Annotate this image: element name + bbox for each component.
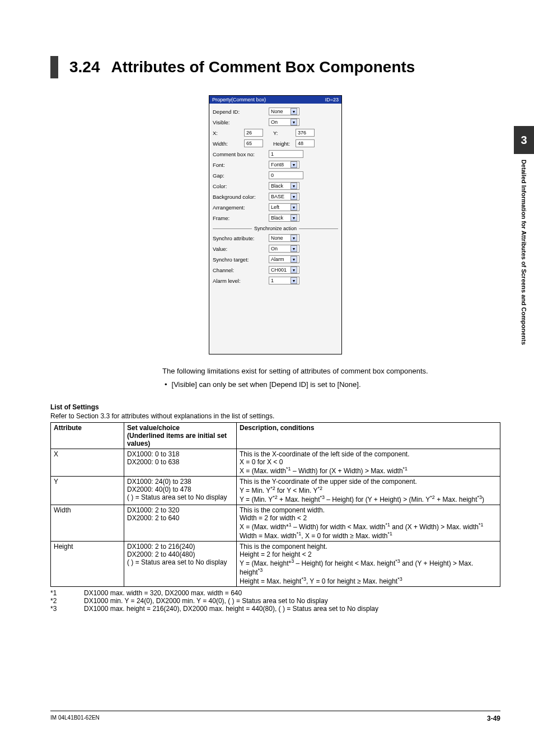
chevron-down-icon: ▼	[291, 183, 297, 189]
color-label: Color:	[213, 183, 269, 189]
sync-divider: Synchronize action	[213, 226, 338, 231]
chevron-down-icon: ▼	[291, 277, 297, 284]
footer-doc-id: IM 04L41B01-62EN	[50, 715, 100, 722]
section-title: Attributes of Comment Box Components	[111, 58, 415, 76]
footnote-key: *2	[50, 597, 84, 605]
visible-select[interactable]: On▼	[269, 118, 299, 126]
height-input[interactable]: 48	[296, 139, 315, 147]
x-input[interactable]: 26	[244, 129, 263, 137]
property-panel: Property(Comment box) ID=23 Depend ID: N…	[209, 95, 342, 354]
cell-desc: This is the X-coordinate of the left sid…	[237, 449, 500, 477]
x-label: X:	[213, 130, 244, 136]
comment-box-no-label: Comment box no:	[213, 151, 269, 157]
alarm-level-select[interactable]: 1▼	[269, 277, 299, 284]
intro-text: The following limitations exist for sett…	[162, 366, 484, 377]
section-number: 3.24	[69, 58, 100, 76]
channel-label: Channel:	[213, 267, 269, 273]
chevron-down-icon: ▼	[291, 214, 297, 221]
value-label: Value:	[213, 246, 269, 252]
table-row: Width DX1000: 2 to 320 DX2000: 2 to 640 …	[51, 505, 500, 542]
arrangement-label: Arrangement:	[213, 204, 269, 211]
cell-attr: Y	[51, 477, 124, 505]
table-row: Y DX1000: 24(0) to 238 DX2000: 40(0) to …	[51, 477, 500, 505]
th-description: Description, conditions	[237, 423, 500, 449]
synchro-attribute-label: Synchro attribute:	[213, 235, 269, 241]
chevron-down-icon: ▼	[291, 245, 297, 252]
footnote-text: DX1000 max. height = 216(240), DX2000 ma…	[84, 605, 378, 613]
bg-color-label: Background color:	[213, 194, 269, 200]
footnote-key: *3	[50, 605, 84, 613]
gap-label: Gap:	[213, 172, 269, 179]
body-text: The following limitations exist for sett…	[162, 366, 484, 390]
chevron-down-icon: ▼	[291, 267, 297, 273]
chevron-down-icon: ▼	[291, 161, 297, 168]
depend-id-select[interactable]: None▼	[269, 108, 299, 115]
frame-select[interactable]: Black▼	[269, 214, 299, 222]
cell-set: DX1000: 2 to 216(240) DX2000: 2 to 440(4…	[124, 542, 237, 587]
width-label: Width:	[213, 141, 244, 147]
synchro-attribute-select[interactable]: None▼	[269, 234, 299, 242]
sync-divider-label: Synchronize action	[252, 226, 299, 231]
th-attribute: Attribute	[51, 423, 124, 449]
channel-select[interactable]: CH001▼	[269, 266, 299, 274]
y-label: Y:	[273, 130, 296, 136]
font-label: Font:	[213, 162, 269, 168]
property-id: ID=23	[325, 97, 339, 102]
table-row: X DX1000: 0 to 318 DX2000: 0 to 638 This…	[51, 449, 500, 477]
footnote-key: *1	[50, 589, 84, 597]
chevron-down-icon: ▼	[291, 108, 297, 115]
cell-set: DX1000: 24(0) to 238 DX2000: 40(0) to 47…	[124, 477, 237, 505]
th-set-value: Set value/choice (Underlined items are i…	[124, 423, 237, 449]
value-select[interactable]: On▼	[269, 245, 299, 253]
cell-attr: Height	[51, 542, 124, 587]
page-footer: IM 04L41B01-62EN 3-49	[50, 711, 500, 722]
gap-input[interactable]: 0	[269, 171, 303, 179]
color-select[interactable]: Black▼	[269, 182, 299, 190]
chevron-down-icon: ▼	[291, 193, 297, 200]
bullet-icon: •	[165, 379, 167, 390]
footnotes: *1DX1000 max. width = 320, DX2000 max. w…	[50, 589, 500, 613]
synchro-target-select[interactable]: Alarm▼	[269, 255, 299, 263]
bullet-text: [Visible] can only be set when [Depend I…	[172, 379, 361, 390]
chevron-down-icon: ▼	[291, 119, 297, 125]
cell-desc: This is the Y-coordinate of the upper si…	[237, 477, 500, 505]
list-note: Refer to Section 3.3 for attributes with…	[50, 412, 500, 420]
depend-id-label: Depend ID:	[213, 109, 269, 115]
frame-label: Frame:	[213, 215, 269, 221]
height-label: Height:	[273, 141, 296, 147]
visible-label: Visible:	[213, 119, 269, 125]
arrangement-select[interactable]: Left▼	[269, 203, 299, 211]
footnote-text: DX1000 min. Y = 24(0), DX2000 min. Y = 4…	[84, 597, 328, 605]
property-panel-titlebar: Property(Comment box) ID=23	[209, 96, 341, 104]
property-title: Property(Comment box)	[212, 97, 266, 102]
footnote-text: DX1000 max. width = 320, DX2000 max. wid…	[84, 589, 242, 597]
chapter-label: Detailed Information for Attributes of S…	[521, 154, 527, 345]
cell-attr: X	[51, 449, 124, 477]
cell-attr: Width	[51, 505, 124, 542]
chevron-down-icon: ▼	[291, 235, 297, 241]
side-tab: 3 Detailed Information for Attributes of…	[514, 126, 534, 345]
chevron-down-icon: ▼	[291, 204, 297, 211]
chevron-down-icon: ▼	[291, 256, 297, 263]
width-input[interactable]: 65	[244, 139, 263, 147]
list-heading: List of Settings	[50, 403, 500, 411]
cell-desc: This is the component height. Height = 2…	[237, 542, 500, 587]
table-row: Height DX1000: 2 to 216(240) DX2000: 2 t…	[51, 542, 500, 587]
section-heading: 3.24 Attributes of Comment Box Component…	[50, 56, 500, 78]
settings-table: Attribute Set value/choice (Underlined i…	[50, 422, 500, 587]
cell-desc: This is the component width. Width = 2 f…	[237, 505, 500, 542]
cell-set: DX1000: 0 to 318 DX2000: 0 to 638	[124, 449, 237, 477]
synchro-target-label: Synchro target:	[213, 256, 269, 263]
chapter-index-badge: 3	[514, 126, 534, 154]
bg-color-select[interactable]: BASE▼	[269, 193, 299, 200]
comment-box-no-input[interactable]: 1	[269, 150, 303, 158]
footer-page-number: 3-49	[487, 715, 500, 722]
cell-set: DX1000: 2 to 320 DX2000: 2 to 640	[124, 505, 237, 542]
font-select[interactable]: Font8▼	[269, 161, 299, 169]
heading-accent-bar	[50, 56, 58, 78]
alarm-level-label: Alarm level:	[213, 278, 269, 284]
y-input[interactable]: 376	[296, 129, 315, 137]
